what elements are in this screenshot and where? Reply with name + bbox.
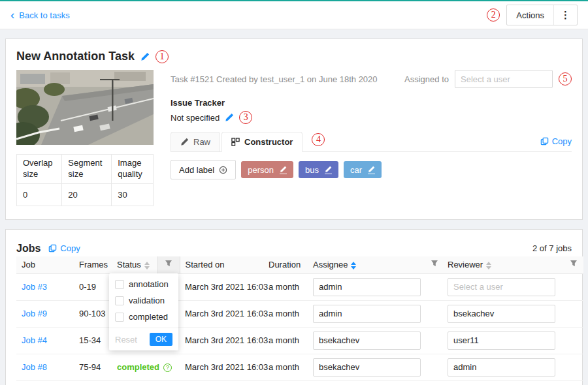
- jobs-title: Jobs: [16, 243, 41, 254]
- job-link[interactable]: Job #3: [22, 282, 47, 292]
- annotation-marker-3: 3: [239, 111, 252, 124]
- copy-labels-link[interactable]: Copy: [540, 136, 572, 146]
- filter-icon-reviewer[interactable]: [570, 260, 578, 268]
- param-value-image-quality: 30: [112, 183, 154, 206]
- filter-option-label: validation: [129, 296, 165, 305]
- job-link[interactable]: Job #8: [22, 362, 47, 372]
- filter-option-annotation[interactable]: annotation: [109, 276, 178, 292]
- edit-issue-tracker-icon[interactable]: [225, 113, 234, 122]
- table-row: Job #4 15-34 March 3rd 2021 16:03 a mont…: [16, 327, 583, 354]
- assignee-input[interactable]: [313, 305, 421, 323]
- started-cell: March 3rd 2021 16:03: [180, 327, 263, 354]
- col-assignee-filter[interactable]: [425, 256, 442, 273]
- tab-raw[interactable]: Raw: [171, 132, 220, 151]
- assigned-to-group: Assigned to 5: [404, 70, 572, 88]
- assignee-select-input[interactable]: [455, 70, 553, 88]
- sort-icon-assignee[interactable]: [351, 262, 356, 270]
- labels-editor-tabs: Raw Constructor 4 Copy: [171, 132, 572, 152]
- duration-cell: a month: [263, 354, 308, 380]
- annotation-marker-4: 4: [312, 133, 325, 146]
- back-to-tasks-label: Back to tasks: [19, 10, 69, 20]
- copy-labels-label: Copy: [552, 136, 572, 146]
- actions-label: Actions: [507, 10, 553, 20]
- duration-cell: a month: [263, 300, 308, 327]
- col-status[interactable]: Status: [112, 256, 157, 273]
- col-frames: Frames: [74, 256, 112, 273]
- jobs-table-header: Job Frames Status Started on Duration As…: [16, 256, 583, 273]
- add-label-button[interactable]: Add label: [171, 160, 236, 179]
- jobs-header-row: Jobs Copy 2 of 7 jobs: [16, 240, 572, 256]
- col-reviewer[interactable]: Reviewer: [442, 256, 564, 273]
- param-header-segment-size: Segment size: [62, 155, 112, 184]
- col-assignee[interactable]: Assignee: [308, 256, 425, 273]
- frames-cell: 75-94: [74, 354, 112, 380]
- filter-dropdown-footer: Reset OK: [109, 328, 178, 350]
- label-chip-person[interactable]: person: [241, 161, 293, 178]
- checkbox-icon[interactable]: [115, 280, 124, 289]
- sort-icon-status[interactable]: [144, 262, 150, 270]
- reviewer-input[interactable]: [448, 278, 555, 296]
- checkbox-icon[interactable]: [115, 296, 124, 305]
- copy-jobs-link[interactable]: Copy: [48, 243, 80, 253]
- started-cell: March 3rd 2021 16:03: [180, 300, 263, 327]
- job-link[interactable]: Job #4: [22, 335, 47, 345]
- copy-icon: [540, 137, 549, 146]
- col-status-filter[interactable]: [157, 256, 180, 273]
- page-title: New Annotation Task: [16, 50, 135, 63]
- labels-area: Add label person bus: [171, 160, 572, 179]
- question-circle-icon[interactable]: ?: [163, 363, 172, 372]
- filter-icon-status[interactable]: [165, 260, 172, 268]
- filter-reset-button[interactable]: Reset: [115, 335, 137, 345]
- duration-cell: a month: [263, 327, 308, 354]
- plus-circle-icon: [219, 166, 227, 174]
- copy-jobs-label: Copy: [60, 243, 80, 253]
- task-right-column: Task #1521 Created by test_user_1 on Jun…: [171, 70, 572, 206]
- edit-label-icon[interactable]: [325, 166, 332, 174]
- more-menu-icon[interactable]: ⋮: [554, 9, 577, 21]
- task-preview-image: [16, 70, 154, 145]
- started-cell: March 3rd 2021 16:03: [180, 354, 263, 380]
- filter-option-validation[interactable]: validation: [109, 292, 178, 309]
- col-reviewer-filter[interactable]: [564, 256, 583, 273]
- jobs-panel: Jobs Copy 2 of 7 jobs Job Frames Status …: [5, 229, 583, 385]
- checkbox-icon[interactable]: [115, 313, 124, 322]
- filter-option-completed[interactable]: completed: [109, 309, 178, 325]
- actions-button[interactable]: Actions ⋮: [506, 5, 578, 25]
- assignee-input[interactable]: [313, 358, 421, 377]
- col-job: Job: [16, 256, 74, 273]
- top-navigation-bar: ‹ Back to tasks 2 Actions ⋮: [0, 1, 588, 29]
- label-chip-name: car: [350, 165, 362, 175]
- topbar-right: 2 Actions ⋮: [487, 5, 578, 25]
- filter-icon-assignee[interactable]: [431, 260, 438, 268]
- assignee-input[interactable]: [313, 331, 421, 350]
- sort-icon-reviewer[interactable]: [486, 262, 491, 270]
- status-text: completed: [117, 362, 159, 372]
- frames-cell: 15-34: [74, 327, 112, 354]
- label-chip-car[interactable]: car: [344, 161, 382, 178]
- back-to-tasks-link[interactable]: ‹ Back to tasks: [10, 10, 70, 21]
- tab-constructor-label: Constructor: [244, 137, 293, 147]
- label-chip-bus[interactable]: bus: [299, 161, 338, 178]
- tab-constructor[interactable]: Constructor: [221, 132, 302, 152]
- edit-label-icon[interactable]: [368, 166, 375, 174]
- reviewer-input[interactable]: [448, 331, 555, 350]
- reviewer-input[interactable]: [448, 358, 555, 377]
- edit-label-icon[interactable]: [280, 166, 287, 174]
- assignee-input[interactable]: [313, 278, 421, 296]
- copy-icon: [48, 244, 57, 253]
- duration-cell: a month: [263, 273, 308, 300]
- table-row: Job #8 75-94 completed? March 3rd 2021 1…: [16, 354, 583, 380]
- add-label-label: Add label: [179, 165, 214, 175]
- job-link[interactable]: Job #9: [22, 309, 47, 318]
- param-header-overlap-size: Overlap size: [17, 155, 62, 184]
- back-arrow-icon: ‹: [10, 8, 14, 21]
- annotation-marker-2: 2: [487, 8, 500, 22]
- issue-tracker-value-row: Not specified 3: [171, 111, 572, 124]
- reviewer-input[interactable]: [448, 305, 555, 323]
- filter-ok-button[interactable]: OK: [150, 333, 172, 346]
- annotation-marker-5: 5: [559, 72, 572, 85]
- tab-raw-label: Raw: [193, 137, 210, 147]
- edit-title-icon[interactable]: [140, 52, 150, 61]
- blocks-icon: [231, 138, 240, 146]
- jobs-table: Job Frames Status Started on Duration As…: [16, 256, 583, 381]
